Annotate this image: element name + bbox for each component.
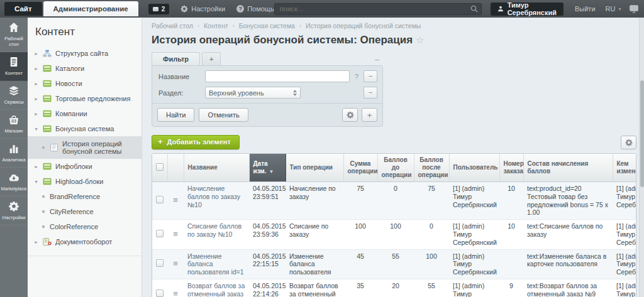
grid-settings-button[interactable] — [621, 136, 636, 149]
settings-link[interactable]: Настройки — [180, 5, 225, 13]
filter-section-select[interactable]: Верхний уровень — [205, 87, 301, 99]
logout-link[interactable]: Выйти — [575, 5, 596, 13]
menu-item[interactable]: ▾Highload-блоки — [28, 174, 142, 189]
cell-user: [1] (admin) Тимур Серебрянский — [449, 249, 499, 279]
remove-filter-field-button[interactable]: − — [364, 70, 377, 82]
docflow-icon — [43, 238, 52, 246]
filter-name-input[interactable] — [205, 70, 350, 82]
cell-type: Списание по заказу — [286, 220, 343, 249]
menu-item[interactable]: История операций бонусной системы — [28, 136, 142, 159]
remove-filter-field-button[interactable]: − — [364, 87, 377, 99]
add-element-button[interactable]: + Добавить элемент — [152, 135, 240, 149]
column-header[interactable]: Баллов после операции — [414, 154, 449, 182]
filter-help-mark[interactable]: ? — [353, 73, 360, 80]
menu-item[interactable]: ColorReference — [28, 219, 142, 234]
data-grid: НазваниеДата изм.▼Тип операцииСумма опер… — [152, 153, 636, 297]
row-checkbox[interactable] — [156, 259, 164, 267]
chevron-right-icon[interactable]: ▸ — [33, 81, 39, 87]
add-filter-tab-button[interactable]: + — [202, 52, 221, 65]
infoblock-icon — [43, 178, 52, 185]
menu-item[interactable]: ▸Документооборот — [28, 234, 142, 249]
chevron-right-icon[interactable]: ▸ — [33, 96, 39, 102]
cell-name[interactable]: Списание баллов по заказу №10 — [184, 220, 249, 249]
chevron-right-icon[interactable]: ▸ — [33, 51, 39, 57]
row-menu-icon[interactable]: ≡ — [173, 289, 178, 297]
column-header[interactable]: Номер заказа — [499, 154, 523, 182]
menu-item[interactable]: ▸Новости — [28, 76, 142, 91]
breadcrumb-link[interactable]: История операций бонусной системы — [306, 22, 421, 30]
menu-item[interactable]: ▸Каталоги — [28, 61, 142, 76]
notifications-badge[interactable]: 2 — [148, 4, 170, 14]
row-select-cell — [152, 182, 167, 220]
chevron-down-icon[interactable]: ▾ — [33, 126, 39, 132]
monitor-icon — [630, 5, 638, 13]
rail-item-analytics[interactable]: Аналитика — [0, 139, 28, 168]
chevron-right-icon[interactable]: ▸ — [33, 164, 39, 170]
scrollbar-thumb[interactable] — [640, 80, 644, 187]
column-header[interactable]: Баллов до операции — [377, 154, 414, 182]
cell-order — [499, 249, 523, 279]
cell-name[interactable]: Начисление баллов по заказу №10 — [184, 182, 249, 220]
add-filter-field-button[interactable]: + — [362, 108, 377, 122]
filter-tab[interactable]: Фильтр — [152, 52, 200, 65]
filter-section-label: Раздел: — [158, 89, 201, 97]
select-all-checkbox[interactable] — [156, 163, 164, 171]
tab-admin[interactable]: Администрирование — [43, 1, 138, 16]
rail-item-settings[interactable]: Настройки — [0, 197, 28, 225]
filter-collapse-button[interactable]: – — [372, 55, 382, 64]
chevron-down-icon[interactable]: ▾ — [33, 179, 39, 185]
rail-item-marketplace[interactable]: Marketplace — [0, 168, 28, 197]
column-header[interactable]: Сумма операции — [343, 154, 377, 182]
help-link[interactable]: ? Помощь — [236, 5, 274, 13]
menu-item[interactable]: ▾Бонусная система — [28, 121, 142, 136]
menu-item[interactable]: ▸Инфоблоки — [28, 159, 142, 174]
search-input[interactable] — [274, 3, 482, 15]
column-header[interactable]: Тип операции — [286, 154, 343, 182]
cell-sum: 45 — [343, 249, 377, 279]
cancel-button[interactable]: Отменить — [199, 108, 248, 122]
rail-item-content[interactable]: Контент — [0, 52, 28, 81]
breadcrumb-link[interactable]: Контент — [204, 22, 228, 30]
row-menu-icon[interactable]: ≡ — [173, 195, 178, 205]
rail-item-label: Настройки — [3, 215, 26, 220]
chevron-right-icon[interactable]: ▸ — [33, 239, 39, 245]
breadcrumb-link[interactable]: Бонусная система — [239, 22, 295, 30]
row-checkbox[interactable] — [156, 196, 164, 203]
menu-item[interactable]: BrandReference — [28, 189, 142, 204]
row-checkbox[interactable] — [156, 289, 164, 297]
cloud-icon — [8, 172, 19, 184]
chevron-right-icon[interactable]: ▸ — [33, 66, 39, 72]
filter-settings-button[interactable] — [342, 108, 358, 122]
column-header[interactable]: Пользователь — [449, 154, 499, 182]
menu-item[interactable]: CityReference — [28, 204, 142, 219]
favorite-star-icon[interactable]: ☆ — [416, 35, 424, 45]
find-button[interactable]: Найти — [157, 108, 194, 122]
column-header[interactable]: Кем изменена — [613, 154, 636, 182]
menu-item[interactable]: ▸Торговые предложения — [28, 91, 142, 106]
row-menu-icon[interactable]: ≡ — [173, 229, 178, 239]
column-header[interactable]: Состав начисления баллов — [523, 154, 613, 182]
tab-site[interactable]: Сайт — [4, 2, 42, 16]
menu-item[interactable]: ▸Структура сайта — [28, 46, 142, 61]
menu-item-label: Каталоги — [55, 65, 84, 72]
row-menu-icon[interactable]: ≡ — [173, 259, 178, 268]
breadcrumb-link[interactable]: Рабочий стол — [152, 22, 193, 30]
menu-item[interactable]: ▸Компании — [28, 106, 142, 121]
rail-item-services[interactable]: Сервисы — [0, 81, 28, 110]
window-scrollbar[interactable] — [639, 18, 644, 297]
rail-item-shop[interactable]: Магазин — [0, 110, 28, 139]
language-select[interactable]: RU ▾ — [606, 5, 621, 13]
user-menu[interactable]: Тимур Серебрянский — [491, 3, 564, 16]
rail-item-desktop[interactable]: Рабочий стол — [0, 18, 28, 52]
site-structure-icon — [43, 50, 52, 57]
cell-name[interactable]: Возврат баллов за отмененный заказ №9 — [184, 279, 249, 297]
column-header[interactable]: Дата изм.▼ — [249, 154, 286, 182]
cell-name[interactable]: Изменение баланса пользователя id=1 — [184, 249, 249, 279]
chevron-right-icon[interactable]: ▸ — [33, 111, 39, 117]
cell-detail: text:Списание баллов по заказу — [523, 220, 613, 249]
row-checkbox[interactable] — [156, 230, 164, 237]
plus-icon: + — [158, 139, 163, 145]
cell-date: 04.05.2015 22:14:26 — [249, 279, 286, 297]
desktop-mode-button[interactable] — [630, 5, 638, 13]
column-header[interactable]: Название — [184, 154, 249, 182]
